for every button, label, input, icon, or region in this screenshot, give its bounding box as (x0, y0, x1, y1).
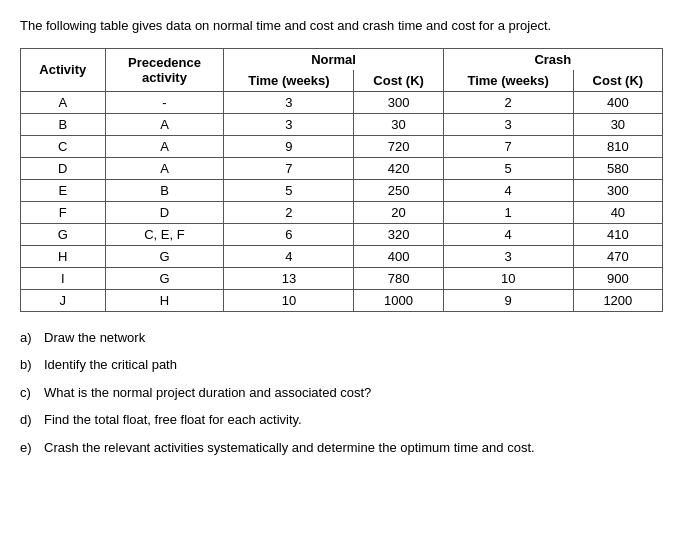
cell-precedence: G (105, 245, 224, 267)
cell-crash-cost: 470 (573, 245, 662, 267)
cell-normal-time: 10 (224, 289, 354, 311)
col-normal-time: Time (weeks) (224, 70, 354, 92)
col-crash-cost: Cost (K) (573, 70, 662, 92)
question-label: b) (20, 355, 40, 375)
cell-crash-cost: 900 (573, 267, 662, 289)
col-activity: Activity (21, 48, 106, 91)
cell-crash-cost: 410 (573, 223, 662, 245)
table-row: G C, E, F 6 320 4 410 (21, 223, 663, 245)
cell-activity: E (21, 179, 106, 201)
cell-normal-time: 7 (224, 157, 354, 179)
cell-activity: H (21, 245, 106, 267)
cell-normal-cost: 20 (354, 201, 443, 223)
cell-normal-time: 2 (224, 201, 354, 223)
cell-normal-time: 6 (224, 223, 354, 245)
cell-crash-time: 1 (443, 201, 573, 223)
cell-precedence: A (105, 135, 224, 157)
col-normal-cost: Cost (K) (354, 70, 443, 92)
cell-crash-time: 3 (443, 113, 573, 135)
table-row: I G 13 780 10 900 (21, 267, 663, 289)
cell-normal-time: 3 (224, 113, 354, 135)
table-row: E B 5 250 4 300 (21, 179, 663, 201)
cell-crash-time: 5 (443, 157, 573, 179)
question-item-0: a) Draw the network (20, 328, 663, 348)
cell-normal-time: 3 (224, 91, 354, 113)
question-text: Crash the relevant activities systematic… (44, 438, 663, 458)
cell-precedence: A (105, 157, 224, 179)
cell-crash-time: 4 (443, 179, 573, 201)
question-item-1: b) Identify the critical path (20, 355, 663, 375)
col-normal: Normal (224, 48, 443, 70)
cell-crash-cost: 30 (573, 113, 662, 135)
col-crash: Crash (443, 48, 662, 70)
cell-normal-cost: 250 (354, 179, 443, 201)
cell-precedence: - (105, 91, 224, 113)
cell-crash-cost: 1200 (573, 289, 662, 311)
question-text: Identify the critical path (44, 355, 663, 375)
cell-activity: I (21, 267, 106, 289)
cell-normal-time: 9 (224, 135, 354, 157)
cell-precedence: G (105, 267, 224, 289)
question-item-2: c) What is the normal project duration a… (20, 383, 663, 403)
table-row: D A 7 420 5 580 (21, 157, 663, 179)
cell-crash-time: 4 (443, 223, 573, 245)
question-text: What is the normal project duration and … (44, 383, 663, 403)
cell-precedence: C, E, F (105, 223, 224, 245)
cell-crash-time: 9 (443, 289, 573, 311)
table-row: F D 2 20 1 40 (21, 201, 663, 223)
cell-precedence: D (105, 201, 224, 223)
cell-crash-cost: 580 (573, 157, 662, 179)
cell-normal-cost: 1000 (354, 289, 443, 311)
cell-precedence: B (105, 179, 224, 201)
cell-normal-cost: 320 (354, 223, 443, 245)
question-text: Find the total float, free float for eac… (44, 410, 663, 430)
table-row: B A 3 30 3 30 (21, 113, 663, 135)
cell-crash-time: 3 (443, 245, 573, 267)
table-row: A - 3 300 2 400 (21, 91, 663, 113)
cell-activity: B (21, 113, 106, 135)
cell-precedence: A (105, 113, 224, 135)
cell-activity: D (21, 157, 106, 179)
table-row: C A 9 720 7 810 (21, 135, 663, 157)
col-crash-time: Time (weeks) (443, 70, 573, 92)
cell-activity: G (21, 223, 106, 245)
cell-normal-cost: 420 (354, 157, 443, 179)
questions-section: a) Draw the network b) Identify the crit… (20, 328, 663, 458)
cell-crash-cost: 810 (573, 135, 662, 157)
cell-normal-cost: 300 (354, 91, 443, 113)
question-label: a) (20, 328, 40, 348)
cell-normal-cost: 30 (354, 113, 443, 135)
project-table: Activity Precedenceactivity Normal Crash… (20, 48, 663, 312)
cell-crash-cost: 300 (573, 179, 662, 201)
cell-activity: J (21, 289, 106, 311)
cell-crash-time: 7 (443, 135, 573, 157)
cell-activity: F (21, 201, 106, 223)
cell-normal-cost: 400 (354, 245, 443, 267)
question-item-3: d) Find the total float, free float for … (20, 410, 663, 430)
intro-text: The following table gives data on normal… (20, 16, 663, 36)
cell-activity: C (21, 135, 106, 157)
cell-crash-time: 2 (443, 91, 573, 113)
cell-normal-cost: 720 (354, 135, 443, 157)
table-row: H G 4 400 3 470 (21, 245, 663, 267)
question-label: c) (20, 383, 40, 403)
cell-precedence: H (105, 289, 224, 311)
cell-crash-time: 10 (443, 267, 573, 289)
cell-normal-cost: 780 (354, 267, 443, 289)
table-header-row-1: Activity Precedenceactivity Normal Crash (21, 48, 663, 70)
cell-crash-cost: 40 (573, 201, 662, 223)
cell-normal-time: 13 (224, 267, 354, 289)
question-label: e) (20, 438, 40, 458)
table-body: A - 3 300 2 400 B A 3 30 3 30 C A 9 720 … (21, 91, 663, 311)
cell-crash-cost: 400 (573, 91, 662, 113)
cell-normal-time: 5 (224, 179, 354, 201)
cell-activity: A (21, 91, 106, 113)
table-row: J H 10 1000 9 1200 (21, 289, 663, 311)
col-precedence: Precedenceactivity (105, 48, 224, 91)
question-label: d) (20, 410, 40, 430)
question-item-4: e) Crash the relevant activities systema… (20, 438, 663, 458)
question-text: Draw the network (44, 328, 663, 348)
cell-normal-time: 4 (224, 245, 354, 267)
